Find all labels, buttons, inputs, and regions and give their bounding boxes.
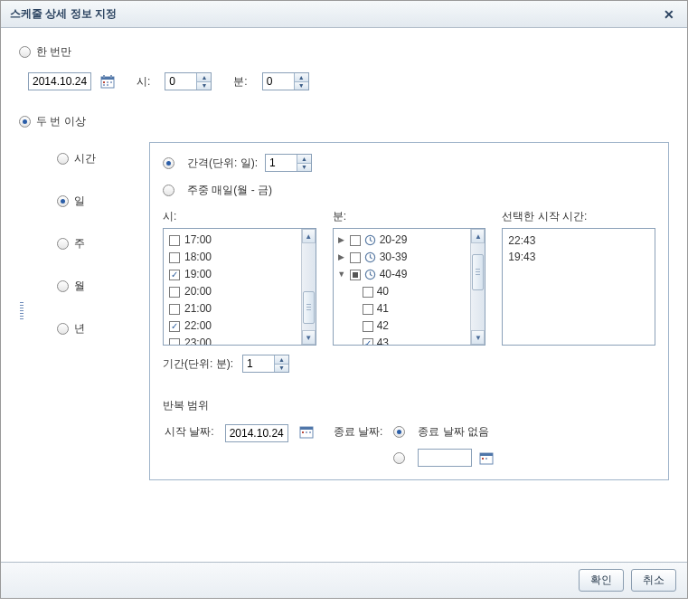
calendar-icon[interactable]: [299, 424, 314, 439]
checkbox[interactable]: [350, 235, 361, 246]
once-minute-input[interactable]: [263, 73, 294, 90]
checkbox[interactable]: [169, 321, 180, 332]
unit-year-row: 년: [57, 321, 129, 336]
spinner-up-icon[interactable]: ▲: [297, 155, 311, 164]
once-minute-spinner[interactable]: ▲ ▼: [262, 72, 309, 90]
hour-item[interactable]: 22:00: [165, 317, 314, 335]
radio-unit-week[interactable]: [57, 238, 69, 250]
hour-item[interactable]: 21:00: [165, 300, 314, 317]
dialog-header: 스케줄 상세 정보 지정 ✕: [1, 1, 687, 28]
spinner-up-icon[interactable]: ▲: [197, 73, 211, 82]
hour-label: 22:00: [184, 318, 212, 334]
spinner-down-icon[interactable]: ▼: [295, 82, 308, 90]
minute-group-label: 40-49: [380, 267, 408, 282]
radio-recurring[interactable]: [19, 116, 31, 128]
checkbox[interactable]: [350, 252, 361, 263]
minute-item[interactable]: 42: [335, 317, 484, 335]
hour-item[interactable]: 20:00: [165, 283, 314, 300]
minute-group[interactable]: ▼40-49: [335, 266, 484, 283]
calendar-icon[interactable]: [100, 74, 115, 89]
expand-icon[interactable]: ▶: [337, 250, 346, 265]
selected-time[interactable]: 22:43: [508, 232, 649, 249]
spinner-down-icon[interactable]: ▼: [197, 82, 211, 90]
dialog-title: 스케줄 상세 정보 지정: [10, 6, 117, 22]
interval-input[interactable]: [266, 155, 297, 171]
checkbox[interactable]: [169, 252, 180, 263]
hour-item[interactable]: 17:00: [165, 232, 314, 249]
interval-spinner[interactable]: ▲ ▼: [265, 154, 312, 172]
checkbox[interactable]: [363, 338, 373, 346]
minute-label: 43: [377, 336, 389, 345]
radio-end-date[interactable]: [393, 452, 405, 464]
no-end-label: 종료 날짜 없음: [418, 424, 489, 440]
minute-group[interactable]: ▶20-29: [335, 232, 484, 249]
once-hour-spinner[interactable]: ▲ ▼: [165, 72, 212, 90]
scrollbar[interactable]: ▲ ▼: [301, 229, 316, 345]
checkbox[interactable]: [169, 304, 180, 315]
selected-time[interactable]: 19:43: [508, 249, 649, 265]
hours-listbox[interactable]: 17:0018:0019:0020:0021:0022:0023:00 ▲ ▼: [163, 228, 316, 346]
minute-item[interactable]: 41: [335, 300, 484, 317]
radio-unit-day[interactable]: [57, 195, 69, 207]
checkbox[interactable]: [169, 235, 180, 246]
close-button[interactable]: ✕: [660, 7, 678, 22]
selected-col: 선택한 시작 시간: 22:4319:43: [502, 209, 655, 346]
hour-item[interactable]: 19:00: [165, 266, 314, 283]
checkbox[interactable]: [169, 287, 180, 298]
scroll-up-icon[interactable]: ▲: [471, 229, 485, 243]
spinner-up-icon[interactable]: ▲: [295, 73, 308, 82]
minute-item[interactable]: 40: [335, 283, 484, 300]
checkbox[interactable]: [363, 304, 373, 315]
checkbox[interactable]: [169, 270, 180, 280]
spinner-down-icon[interactable]: ▼: [275, 365, 288, 373]
scroll-up-icon[interactable]: ▲: [302, 229, 316, 243]
once-controls: 시: ▲ ▼ 분: ▲ ▼: [28, 72, 669, 90]
start-date-input[interactable]: [225, 424, 288, 442]
svg-rect-15: [306, 431, 307, 433]
spinner-buttons: ▲ ▼: [274, 355, 288, 372]
end-option-none: 종료 날짜 없음: [393, 424, 494, 440]
radio-no-end[interactable]: [393, 426, 405, 438]
hour-item[interactable]: 18:00: [165, 249, 314, 266]
expand-icon[interactable]: ▶: [337, 232, 346, 248]
end-date-input[interactable]: [418, 449, 472, 467]
minute-group[interactable]: ▶30-39: [335, 249, 484, 266]
collapse-icon[interactable]: ▼: [337, 267, 346, 282]
radio-interval[interactable]: [163, 157, 174, 169]
hour-item[interactable]: 23:00: [165, 335, 314, 345]
scroll-down-icon[interactable]: ▼: [471, 330, 485, 345]
calendar-icon[interactable]: [479, 450, 494, 465]
spinner-down-icon[interactable]: ▼: [297, 164, 311, 172]
scrollbar[interactable]: ▲ ▼: [470, 229, 485, 345]
spinner-buttons: ▲ ▼: [294, 73, 308, 90]
interval-label: 간격(단위: 일):: [187, 156, 258, 171]
radio-weekday[interactable]: [163, 185, 174, 196]
unit-week-row: 주: [57, 236, 129, 251]
checkbox[interactable]: [169, 338, 180, 346]
duration-spinner[interactable]: ▲ ▼: [242, 355, 289, 373]
checkbox[interactable]: [363, 321, 373, 332]
minute-item[interactable]: 43: [335, 335, 484, 345]
minute-label: 40: [377, 284, 389, 299]
radio-once[interactable]: [19, 46, 31, 58]
drag-handle-icon[interactable]: [19, 298, 24, 325]
radio-unit-hour[interactable]: [57, 153, 69, 165]
radio-unit-year[interactable]: [57, 323, 69, 335]
scroll-down-icon[interactable]: ▼: [302, 330, 316, 345]
cancel-button[interactable]: 취소: [631, 569, 676, 592]
end-option-date: [393, 449, 494, 467]
spinner-up-icon[interactable]: ▲: [275, 355, 288, 365]
duration-input[interactable]: [243, 355, 274, 372]
minutes-listbox[interactable]: ▶20-29▶30-39▼40-4940414243 ▲ ▼: [333, 228, 486, 346]
checkbox[interactable]: [363, 287, 373, 298]
svg-rect-6: [110, 81, 112, 83]
ok-button[interactable]: 확인: [579, 569, 624, 592]
spinner-buttons: ▲ ▼: [297, 155, 311, 171]
once-date-input[interactable]: [28, 72, 91, 90]
once-hour-input[interactable]: [165, 73, 196, 90]
checkbox[interactable]: [350, 270, 361, 280]
svg-rect-8: [107, 84, 108, 86]
selected-listbox[interactable]: 22:4319:43: [502, 228, 655, 346]
radio-unit-month[interactable]: [57, 280, 69, 292]
hour-label: 23:00: [184, 336, 212, 345]
